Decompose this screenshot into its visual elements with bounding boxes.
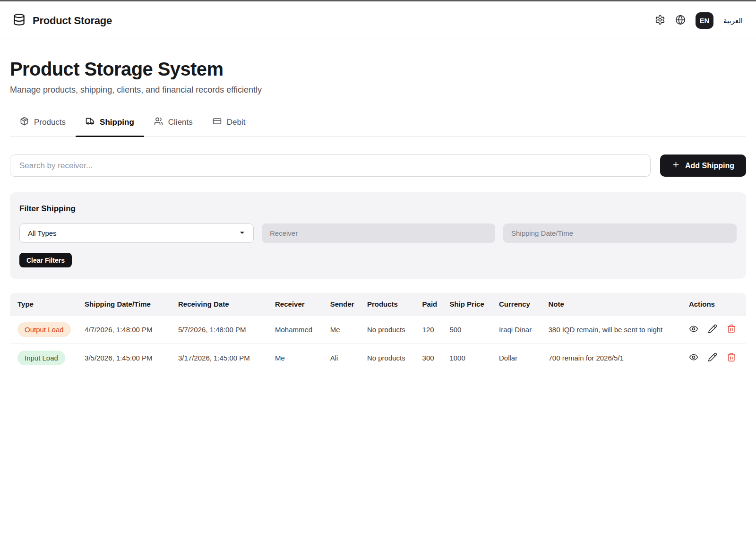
- tab-shipping[interactable]: Shipping: [76, 115, 144, 136]
- column-header-currency: Currency: [491, 293, 541, 315]
- edit-button[interactable]: [708, 352, 717, 363]
- clear-filters-button[interactable]: Clear Filters: [19, 253, 72, 267]
- shipping-table: Type Shipping Date/Time Receiving Date R…: [10, 293, 746, 372]
- cell-currency: Dollar: [491, 343, 541, 372]
- tab-products[interactable]: Products: [10, 115, 76, 136]
- type-badge-input: Input Load: [17, 351, 65, 365]
- main-content: Product Storage System Manage products, …: [0, 59, 756, 372]
- cell-note: 700 remain for 2026/5/1: [541, 343, 681, 372]
- view-button[interactable]: [689, 352, 698, 363]
- cell-currency: Iraqi Dinar: [491, 315, 541, 343]
- filter-title: Filter Shipping: [19, 204, 737, 214]
- delete-button[interactable]: [727, 352, 736, 363]
- cell-sender: Ali: [323, 343, 360, 372]
- pencil-icon: [708, 324, 717, 335]
- type-filter-select[interactable]: All Types: [19, 223, 254, 243]
- cell-ship-price: 1000: [442, 343, 491, 372]
- cell-sender: Me: [323, 315, 360, 343]
- globe-icon: [675, 15, 686, 26]
- column-header-type: Type: [10, 293, 77, 315]
- filter-panel: Filter Shipping All Types Clear Filters: [10, 192, 746, 279]
- pencil-icon: [708, 352, 717, 363]
- column-header-products: Products: [360, 293, 415, 315]
- chevron-down-icon: [239, 229, 245, 237]
- cell-type: Input Load: [10, 343, 77, 372]
- cell-shipping-date: 3/5/2026, 1:45:00 PM: [77, 343, 171, 372]
- cell-receiver: Mohammed: [267, 315, 323, 343]
- cell-type: Output Load: [10, 315, 77, 343]
- tab-debit[interactable]: Debit: [203, 115, 256, 136]
- add-shipping-label: Add Shipping: [685, 162, 734, 170]
- column-header-actions: Actions: [681, 293, 746, 315]
- language-arabic-link[interactable]: العربية: [723, 17, 743, 25]
- page-subtitle: Manage products, shipping, clients, and …: [10, 85, 746, 95]
- package-icon: [20, 117, 29, 128]
- table-row: Input Load 3/5/2026, 1:45:00 PM 3/17/202…: [10, 343, 746, 372]
- gear-icon: [655, 15, 665, 26]
- search-input[interactable]: [10, 155, 651, 177]
- column-header-paid: Paid: [415, 293, 442, 315]
- tab-clients[interactable]: Clients: [144, 115, 203, 136]
- tab-label: Debit: [227, 118, 246, 127]
- cell-note: 380 IQD remain, will be sent to night: [541, 315, 681, 343]
- column-header-shipping-date: Shipping Date/Time: [77, 293, 171, 315]
- credit-card-icon: [213, 117, 222, 128]
- edit-button[interactable]: [708, 324, 717, 335]
- cell-receiving-date: 3/17/2026, 1:45:00 PM: [171, 343, 267, 372]
- database-icon: [13, 13, 26, 28]
- shipping-date-filter-input[interactable]: [503, 223, 737, 243]
- column-header-receiver: Receiver: [267, 293, 323, 315]
- app-title: Product Storage: [33, 15, 112, 27]
- cell-actions: [681, 343, 746, 372]
- cell-products: No products: [360, 315, 415, 343]
- plus-icon: [672, 161, 680, 171]
- page-title: Product Storage System: [10, 59, 746, 80]
- add-shipping-button[interactable]: Add Shipping: [660, 155, 746, 177]
- trash-icon: [727, 352, 736, 363]
- eye-icon: [689, 352, 698, 363]
- column-header-receiving-date: Receiving Date: [171, 293, 267, 315]
- cell-receiving-date: 5/7/2026, 1:48:00 PM: [171, 315, 267, 343]
- type-badge-output: Output Load: [17, 322, 71, 337]
- filter-row: All Types: [19, 223, 737, 243]
- settings-button[interactable]: [655, 15, 665, 26]
- tab-label: Clients: [168, 118, 193, 127]
- type-filter-value: All Types: [28, 229, 57, 237]
- toolbar: Add Shipping: [10, 155, 746, 177]
- view-button[interactable]: [689, 324, 698, 335]
- table-header-row: Type Shipping Date/Time Receiving Date R…: [10, 293, 746, 315]
- tab-label: Shipping: [100, 118, 134, 127]
- cell-ship-price: 500: [442, 315, 491, 343]
- column-header-sender: Sender: [323, 293, 360, 315]
- truck-icon: [86, 117, 94, 128]
- brand: Product Storage: [13, 13, 112, 28]
- cell-paid: 300: [415, 343, 442, 372]
- trash-icon: [727, 324, 736, 335]
- language-globe-button[interactable]: [675, 15, 686, 26]
- eye-icon: [689, 324, 698, 335]
- tab-label: Products: [34, 118, 66, 127]
- users-icon: [154, 117, 163, 128]
- column-header-ship-price: Ship Price: [442, 293, 491, 315]
- cell-paid: 120: [415, 315, 442, 343]
- language-en-badge[interactable]: EN: [696, 12, 713, 29]
- header-actions: EN العربية: [655, 12, 743, 29]
- cell-products: No products: [360, 343, 415, 372]
- app-header: Product Storage EN العربية: [0, 1, 756, 40]
- cell-shipping-date: 4/7/2026, 1:48:00 PM: [77, 315, 171, 343]
- tab-bar: Products Shipping Clients Debit: [10, 115, 746, 137]
- cell-receiver: Me: [267, 343, 323, 372]
- delete-button[interactable]: [727, 324, 736, 335]
- cell-actions: [681, 315, 746, 343]
- table-row: Output Load 4/7/2026, 1:48:00 PM 5/7/202…: [10, 315, 746, 343]
- receiver-filter-input[interactable]: [262, 223, 495, 243]
- column-header-note: Note: [541, 293, 681, 315]
